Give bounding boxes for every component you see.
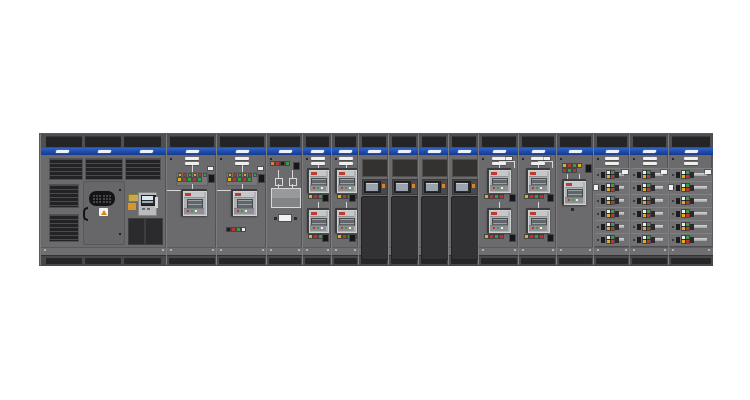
indicator-led bbox=[193, 178, 196, 181]
drawer-unit bbox=[631, 207, 668, 221]
disconnect-post bbox=[289, 178, 297, 186]
indicator-led bbox=[500, 195, 503, 198]
indicator-led bbox=[232, 228, 235, 231]
acb-indicator-dot bbox=[497, 187, 499, 189]
rail-screw bbox=[560, 158, 562, 160]
dark-door bbox=[391, 196, 419, 260]
control-button bbox=[509, 194, 516, 202]
mimic-line bbox=[552, 161, 553, 168]
indicator-led bbox=[530, 235, 533, 238]
indicator-led bbox=[686, 171, 689, 174]
indicator-led bbox=[229, 174, 231, 176]
indicator-led bbox=[643, 184, 646, 187]
indicator-led bbox=[233, 178, 236, 181]
drawer-screw bbox=[597, 174, 599, 176]
indicator-led bbox=[607, 171, 610, 174]
coupler-box-lower bbox=[272, 198, 300, 207]
indicator-led bbox=[611, 214, 614, 217]
brand-logo-icon bbox=[605, 150, 619, 153]
status-led bbox=[412, 184, 415, 188]
drawer-unit bbox=[670, 168, 712, 182]
brand-logo-icon bbox=[185, 150, 199, 153]
indicator-led bbox=[686, 184, 689, 187]
acb-face bbox=[309, 210, 329, 233]
indicator-led bbox=[607, 240, 610, 243]
seam-screw bbox=[589, 249, 591, 251]
indicator-led bbox=[686, 197, 689, 200]
display-screen bbox=[394, 181, 411, 193]
connector-pin bbox=[106, 195, 108, 197]
status-led bbox=[442, 184, 445, 188]
indicator-led bbox=[682, 214, 685, 217]
indicator-led bbox=[611, 201, 614, 204]
acb-red-label bbox=[491, 172, 497, 175]
indicator-led bbox=[237, 228, 240, 231]
switchgear-section-incoming-cabinet bbox=[40, 134, 166, 265]
unit-label bbox=[208, 167, 213, 170]
acb-breaker bbox=[335, 168, 357, 193]
brand-stripe bbox=[557, 148, 594, 155]
indicator-led bbox=[647, 197, 650, 200]
drawer-screw bbox=[672, 200, 674, 202]
roof-vent bbox=[270, 136, 300, 147]
acb-indicator-dot bbox=[501, 187, 503, 189]
plinth-vent bbox=[219, 258, 265, 264]
indicator-led bbox=[647, 201, 650, 204]
acb-indicator-dot bbox=[317, 227, 319, 229]
acb-indicator-dot bbox=[313, 227, 315, 229]
drawer-unit bbox=[631, 220, 668, 234]
brand-stripe bbox=[332, 148, 359, 155]
indicator-led bbox=[607, 214, 610, 217]
indicator-led bbox=[490, 235, 493, 238]
indicator-led bbox=[607, 188, 610, 191]
indicator-led bbox=[611, 240, 614, 243]
switchgear-section-acb-feeder-3 bbox=[556, 134, 593, 265]
drawer-screw bbox=[597, 226, 599, 228]
acb-breaker bbox=[335, 208, 357, 233]
indicator-led bbox=[682, 197, 685, 200]
acb-indicator-dot bbox=[341, 227, 343, 229]
acb-face bbox=[337, 170, 357, 193]
connector-pin bbox=[106, 201, 108, 203]
mimic-line bbox=[217, 190, 231, 191]
indicator-led bbox=[281, 162, 284, 165]
control-button bbox=[585, 164, 592, 173]
display-screen-face bbox=[366, 183, 378, 191]
seam-screw bbox=[354, 249, 356, 251]
rail-screw bbox=[170, 158, 172, 160]
ventilation-louvre bbox=[605, 157, 619, 160]
indicator-led bbox=[563, 164, 566, 167]
switchgear-section-hmi-panel-4 bbox=[448, 134, 478, 265]
door-screw bbox=[119, 233, 121, 235]
acb-face bbox=[528, 210, 550, 233]
indicator-led bbox=[607, 227, 610, 230]
drawer-unit bbox=[670, 220, 712, 234]
indicator-led bbox=[485, 235, 488, 238]
roof-vent bbox=[220, 136, 264, 147]
disconnect-post bbox=[275, 178, 283, 186]
display-screen bbox=[364, 181, 381, 193]
control-button bbox=[349, 234, 356, 242]
switch-lever bbox=[619, 225, 624, 228]
indicator-led bbox=[309, 195, 312, 198]
switchgear-section-hmi-panel-2 bbox=[388, 134, 418, 265]
switchgear-section-hmi-panel-1 bbox=[358, 134, 388, 265]
meter-side-tab bbox=[155, 197, 158, 208]
drawer-label bbox=[705, 170, 711, 174]
scene bbox=[0, 0, 750, 400]
connector-pin bbox=[93, 198, 95, 200]
drawer-button bbox=[637, 237, 641, 243]
connector-pin bbox=[93, 195, 95, 197]
ventilation-louvre bbox=[684, 157, 698, 160]
indicator-led bbox=[607, 201, 610, 204]
brand-stripe bbox=[594, 148, 630, 155]
indicator-led bbox=[540, 235, 543, 238]
dark-door bbox=[421, 196, 449, 260]
drawer-button bbox=[601, 172, 605, 178]
plinth-base bbox=[332, 255, 359, 266]
acb-face bbox=[337, 210, 357, 233]
roof-vent bbox=[362, 136, 386, 147]
switch-lever bbox=[619, 238, 624, 241]
seam-screw bbox=[708, 249, 710, 251]
acb-face bbox=[489, 170, 511, 193]
